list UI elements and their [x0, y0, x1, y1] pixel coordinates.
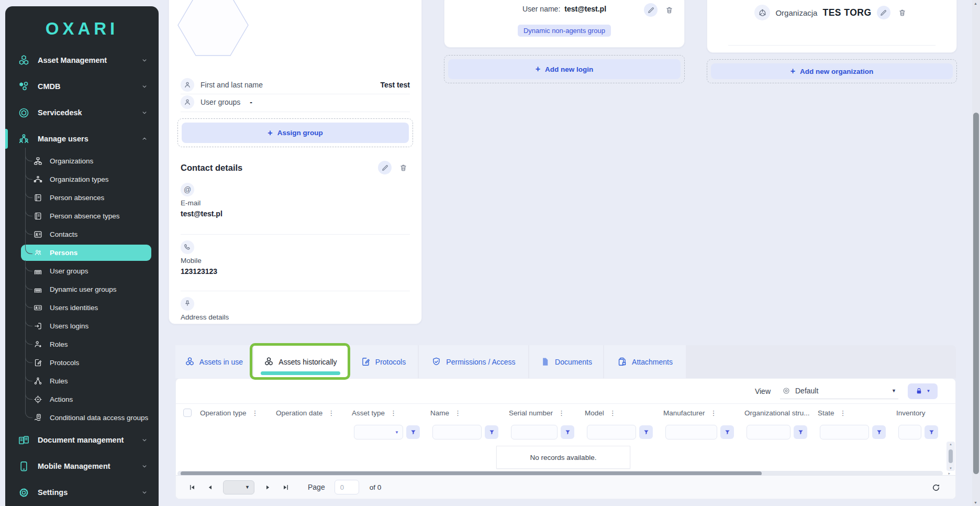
lock-view-button[interactable]: ▼ — [908, 383, 938, 399]
sidebar-item-organization-types[interactable]: Organization types — [5, 170, 159, 189]
sidebar-item-roles[interactable]: Roles — [5, 335, 159, 354]
sidebar-item-document-management[interactable]: Document management — [5, 427, 159, 453]
scroll-down-arrow[interactable]: ▼ — [949, 467, 952, 470]
page-number-input[interactable] — [335, 480, 359, 494]
sidebar-item-contacts[interactable]: Contacts — [5, 225, 159, 244]
tab-protocols[interactable]: Protocols — [349, 345, 418, 378]
edit-organization-button[interactable] — [877, 6, 890, 19]
sidebar-item-organizations[interactable]: Organizations — [5, 152, 159, 170]
page-vertical-scrollbar[interactable]: ▲ ▼ — [972, 0, 980, 506]
sidebar-item-protocols[interactable]: Protocols — [5, 354, 159, 372]
sidebar-item-actions[interactable]: Actions — [5, 390, 159, 409]
organizational-structure-filter-input[interactable] — [747, 425, 790, 439]
serial-number-filter-input[interactable] — [511, 425, 558, 439]
scroll-up-arrow[interactable]: ▲ — [949, 443, 952, 446]
sidebar-item-servicedesk[interactable]: Servicedesk — [5, 100, 159, 126]
state-filter-input[interactable] — [820, 425, 869, 439]
sidebar-item-user-groups[interactable]: User groups — [5, 262, 159, 280]
column-menu-icon[interactable]: ⋮ — [454, 409, 461, 417]
tab-assets-in-use[interactable]: Assets in use — [175, 345, 252, 378]
first-page-button[interactable] — [185, 480, 199, 494]
refresh-button[interactable] — [929, 481, 943, 494]
group-badge[interactable]: Dynamic non-agents group — [518, 25, 611, 37]
add-new-login-button[interactable]: + Add new login — [448, 59, 681, 79]
contact-card-icon — [34, 230, 42, 239]
model-filter-input[interactable] — [587, 425, 636, 439]
delete-contact-button[interactable] — [396, 161, 410, 174]
tab-attachments[interactable]: Attachments — [604, 345, 686, 378]
divider — [181, 112, 410, 112]
scroll-down-arrow[interactable]: ▼ — [974, 501, 977, 504]
caret-down-icon: ▼ — [245, 485, 250, 490]
name-filter-input[interactable] — [432, 425, 482, 439]
table-vertical-scrollbar[interactable]: ▲ ▼ — [946, 442, 955, 471]
sidebar-item-label: Asset Management — [38, 56, 107, 64]
divider — [728, 45, 936, 46]
column-menu-icon[interactable]: ⋮ — [710, 409, 717, 417]
chevron-down-icon — [141, 83, 148, 90]
tab-assets-historically[interactable]: Assets historically — [253, 345, 348, 378]
column-menu-icon[interactable]: ⋮ — [390, 409, 397, 417]
column-menu-icon[interactable]: ⋮ — [328, 409, 335, 417]
sidebar-item-conditional-data-access-groups[interactable]: Conditional data access groups — [5, 409, 159, 427]
sidebar-item-persons-selected[interactable]: Persons — [21, 245, 151, 261]
sidebar-item-cmdb[interactable]: CMDB — [5, 73, 159, 100]
refresh-icon — [931, 483, 941, 492]
page-size-select[interactable]: ▼ — [223, 480, 254, 494]
filter-organizational-structure — [741, 425, 815, 439]
column-menu-icon[interactable]: ⋮ — [558, 409, 565, 417]
view-select[interactable]: Default ▼ — [780, 383, 898, 399]
sidebar-item-users-logins[interactable]: Users logins — [5, 317, 159, 335]
sidebar-item-manage-users[interactable]: Manage users — [5, 126, 159, 152]
tabs: Assets in use Assets historically Protoc… — [175, 345, 686, 378]
vertical-scroll-thumb[interactable] — [949, 449, 953, 463]
assign-group-button[interactable]: + Assign group — [182, 123, 409, 143]
funnel-icon — [876, 429, 883, 436]
tab-documents[interactable]: Documents — [529, 345, 603, 378]
sidebar-item-rules[interactable]: Rules — [5, 372, 159, 390]
contact-mobile: Mobile 123123123 — [181, 240, 410, 276]
filter-button[interactable] — [485, 425, 498, 439]
chevron-down-icon — [141, 436, 148, 444]
manufacturer-filter-input[interactable] — [665, 425, 717, 439]
sidebar-item-person-absences[interactable]: Person absences — [5, 189, 159, 207]
journal-icon — [34, 212, 42, 221]
filter-button[interactable] — [406, 425, 420, 439]
sidebar-item-dynamic-user-groups[interactable]: Dynamic user groups — [5, 280, 159, 299]
view-value: Default — [795, 387, 818, 395]
tab-permissions-access[interactable]: Permissions / Access — [419, 345, 528, 378]
filter-button[interactable] — [925, 425, 938, 439]
filter-button[interactable] — [794, 425, 807, 439]
sidebar-item-asset-management[interactable]: Asset Management — [5, 47, 159, 73]
column-header-name: Name⋮ — [422, 409, 500, 417]
trash-icon — [399, 164, 407, 172]
edit-contact-button[interactable] — [378, 161, 392, 174]
filter-state — [815, 425, 893, 439]
edit-login-button[interactable] — [644, 3, 658, 17]
filter-button[interactable] — [872, 425, 886, 439]
sidebar-item-mobile-management[interactable]: Mobile Management — [5, 453, 159, 479]
column-menu-icon[interactable]: ⋮ — [252, 409, 259, 417]
last-page-button[interactable] — [279, 480, 292, 494]
previous-page-button[interactable] — [203, 480, 217, 494]
add-new-organization-button[interactable]: + Add new organization — [711, 63, 953, 79]
plus-icon: + — [268, 128, 272, 138]
contact-details-header: Contact details — [181, 161, 410, 174]
sidebar-item-settings[interactable]: Settings — [5, 479, 159, 505]
scroll-up-arrow[interactable]: ▲ — [974, 2, 977, 5]
inventory-filter-input[interactable] — [898, 425, 921, 439]
filter-button[interactable] — [639, 425, 653, 439]
asset-type-filter-select[interactable]: ▼ — [354, 425, 403, 439]
filter-button[interactable] — [720, 425, 734, 439]
filter-button[interactable] — [561, 425, 574, 439]
column-menu-icon[interactable]: ⋮ — [609, 409, 616, 417]
delete-login-button[interactable] — [662, 3, 676, 17]
next-page-button[interactable] — [261, 480, 274, 494]
divider — [181, 94, 410, 94]
sidebar-item-person-absence-types[interactable]: Person absence types — [5, 207, 159, 225]
sidebar-item-users-identities[interactable]: Users identities — [5, 299, 159, 317]
select-all-checkbox[interactable] — [183, 409, 192, 417]
column-menu-icon[interactable]: ⋮ — [840, 409, 847, 417]
delete-organization-button[interactable] — [896, 6, 909, 19]
page-scroll-thumb[interactable] — [973, 113, 979, 474]
